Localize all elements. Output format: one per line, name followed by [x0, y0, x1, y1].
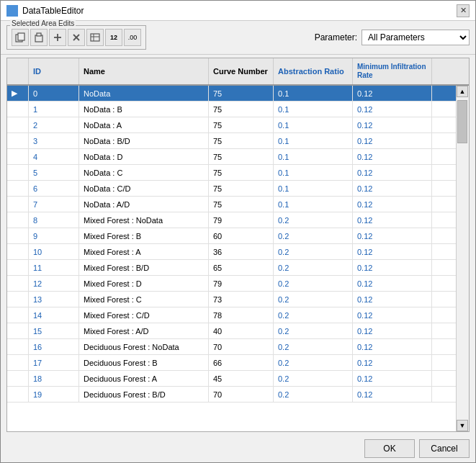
cell-min-infiltration: 0.12 [353, 260, 432, 275]
cell-curve-number: 75 [209, 117, 274, 132]
scroll-up-button[interactable]: ▲ [457, 86, 468, 97]
cell-id: 4 [29, 149, 79, 164]
cell-name: Mixed Forest : A [79, 244, 209, 259]
cell-id: 14 [29, 307, 79, 323]
scroll-down-button[interactable]: ▼ [457, 420, 468, 431]
close-button[interactable]: ✕ [457, 4, 470, 17]
row-indicator [7, 212, 29, 228]
cell-abstraction-ratio: 0.1 [274, 181, 353, 196]
svg-rect-5 [18, 33, 24, 40]
table-row[interactable]: 3NoData : B/D750.10.12 [7, 133, 456, 149]
row-indicator [7, 371, 29, 386]
format1-button[interactable]: 12 [105, 29, 122, 46]
table-row[interactable]: 2NoData : A750.10.12 [7, 117, 456, 133]
cell-curve-number: 66 [209, 355, 274, 370]
table-row[interactable]: 8Mixed Forest : NoData790.20.12 [7, 212, 456, 228]
cell-id: 12 [29, 276, 79, 291]
import-button[interactable] [86, 29, 104, 46]
table-header: ID Name Curve Number Abstraction Ratio M… [7, 58, 469, 86]
copy-button[interactable] [12, 29, 29, 46]
table-row[interactable]: 10Mixed Forest : A360.20.12 [7, 244, 456, 260]
row-indicator [7, 323, 29, 338]
row-indicator [7, 260, 29, 275]
cell-id: 1 [29, 102, 79, 117]
cell-min-infiltration: 0.12 [353, 371, 432, 386]
table-row[interactable]: 14Mixed Forest : C/D780.20.12 [7, 307, 456, 323]
cell-abstraction-ratio: 0.1 [274, 86, 353, 101]
cell-name: Mixed Forest : B/D [79, 260, 209, 275]
table-body[interactable]: ▶0NoData750.10.121NoData : B750.10.122No… [7, 86, 456, 431]
data-table: ID Name Curve Number Abstraction Ratio M… [6, 58, 470, 432]
cell-abstraction-ratio: 0.2 [274, 307, 353, 323]
table-row[interactable]: 1NoData : B750.10.12 [7, 102, 456, 117]
cell-name: Mixed Forest : A/D [79, 323, 209, 338]
cell-min-infiltration: 0.12 [353, 117, 432, 132]
row-indicator [7, 133, 29, 148]
add-button[interactable] [49, 29, 66, 46]
cell-id: 18 [29, 371, 79, 386]
cell-abstraction-ratio: 0.2 [274, 355, 353, 370]
cell-abstraction-ratio: 0.2 [274, 292, 353, 307]
cell-min-infiltration: 0.12 [353, 355, 432, 370]
table-row[interactable]: 12Mixed Forest : D790.20.12 [7, 276, 456, 292]
cell-curve-number: 65 [209, 260, 274, 275]
cell-min-infiltration: 0.12 [353, 149, 432, 164]
cell-min-infiltration: 0.12 [353, 133, 432, 148]
cell-min-infiltration: 0.12 [353, 212, 432, 228]
cell-curve-number: 75 [209, 102, 274, 117]
table-row[interactable]: 9Mixed Forest : B600.20.12 [7, 228, 456, 244]
ok-button[interactable]: OK [364, 439, 415, 458]
row-indicator [7, 307, 29, 323]
row-indicator [7, 387, 29, 402]
cell-name: Deciduous Forest : B [79, 355, 209, 370]
cell-curve-number: 36 [209, 244, 274, 259]
table-row[interactable]: 13Mixed Forest : C730.20.12 [7, 292, 456, 307]
row-indicator [7, 149, 29, 164]
cell-id: 13 [29, 292, 79, 307]
cell-curve-number: 60 [209, 228, 274, 243]
toolbar-group-label: Selected Area Edits [10, 19, 76, 27]
title-bar: DataTableEditor ✕ [1, 1, 475, 21]
cell-abstraction-ratio: 0.2 [274, 387, 353, 402]
cell-curve-number: 75 [209, 149, 274, 164]
app-icon [6, 5, 18, 17]
table-row[interactable]: 6NoData : C/D750.10.12 [7, 181, 456, 197]
table-row[interactable]: 15Mixed Forest : A/D400.20.12 [7, 323, 456, 339]
cancel-button[interactable]: Cancel [419, 439, 470, 458]
cell-curve-number: 45 [209, 371, 274, 386]
footer: OK Cancel [1, 435, 475, 462]
cell-name: NoData : A [79, 117, 209, 132]
table-row[interactable]: 4NoData : D750.10.12 [7, 149, 456, 165]
cell-curve-number: 40 [209, 323, 274, 338]
row-indicator [7, 117, 29, 132]
table-row[interactable]: ▶0NoData750.10.12 [7, 86, 456, 102]
parameter-label: Parameter: [315, 32, 357, 42]
table-row[interactable]: 5NoData : C750.10.12 [7, 165, 456, 181]
table-row[interactable]: 17Deciduous Forest : B660.20.12 [7, 355, 456, 371]
svg-rect-7 [37, 33, 41, 36]
cell-name: Mixed Forest : B [79, 228, 209, 243]
cell-name: NoData : C [79, 165, 209, 180]
table-row[interactable]: 7NoData : A/D750.10.12 [7, 197, 456, 212]
paste-button[interactable] [30, 29, 48, 46]
cell-id: 16 [29, 339, 79, 354]
cell-abstraction-ratio: 0.1 [274, 149, 353, 164]
table-row[interactable]: 18Deciduous Forest : A450.20.12 [7, 371, 456, 387]
scroll-thumb[interactable] [457, 100, 467, 143]
table-row[interactable]: 16Deciduous Forest : NoData700.20.12 [7, 339, 456, 355]
cell-name: Mixed Forest : C [79, 292, 209, 307]
parameter-select[interactable]: All Parameters [362, 30, 470, 45]
delete-button[interactable] [68, 29, 85, 46]
table-row[interactable]: 19Deciduous Forest : B/D700.20.12 [7, 387, 456, 403]
col-curve-number: Curve Number [209, 58, 274, 84]
table-row[interactable]: 11Mixed Forest : B/D650.20.12 [7, 260, 456, 276]
toolbar: Selected Area Edits [1, 21, 475, 55]
row-indicator [7, 165, 29, 180]
cell-curve-number: 75 [209, 197, 274, 212]
format2-button[interactable]: .00 [124, 29, 141, 46]
cell-id: 15 [29, 323, 79, 338]
window-title: DataTableEditor [22, 6, 84, 16]
row-indicator [7, 292, 29, 307]
cell-min-infiltration: 0.12 [353, 339, 432, 354]
col-id: ID [29, 58, 79, 84]
